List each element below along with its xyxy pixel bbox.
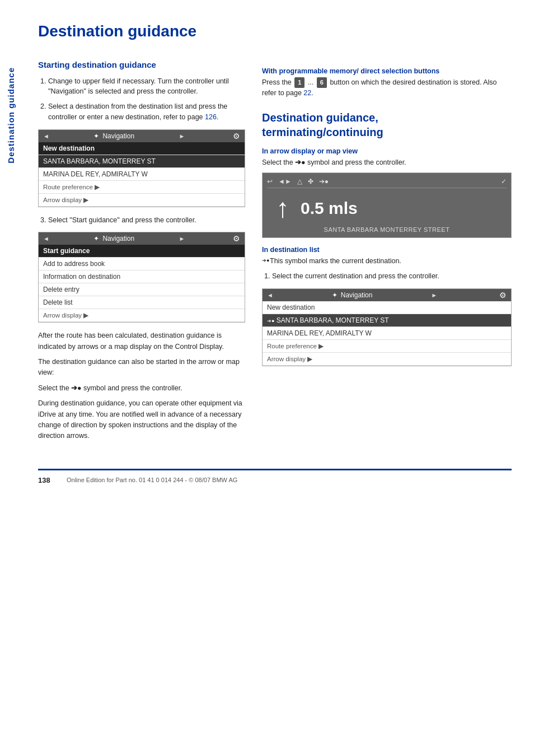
nav-left-arrow-1: ◄ — [43, 133, 49, 139]
nav-ui-1: ◄ ✦ Navigation ► ⚙ New destination SANTA… — [38, 129, 245, 207]
nav-right-arrow-1: ► — [179, 133, 185, 139]
nav-settings-icon-1: ⚙ — [233, 132, 240, 141]
distance-text: 0.5 mls — [301, 199, 358, 218]
body-text-1: After the route has been calculated, des… — [38, 330, 245, 352]
nav-right-arrow-2: ► — [179, 235, 185, 242]
step-3: Select "Start guidance" and press the co… — [48, 215, 245, 226]
nav-title-3: ✦ Navigation — [332, 291, 373, 299]
icon-arrow-dest: ➔● — [319, 178, 329, 185]
content-columns: Starting destination guidance Change to … — [38, 59, 512, 446]
sub-heading-arrow-display: In arrow display or map view — [262, 147, 512, 155]
nav-settings-icon-2: ⚙ — [233, 234, 240, 243]
steps-list: Change to upper field if necessary. Turn… — [38, 76, 245, 123]
step-1: Change to upper field if necessary. Turn… — [48, 76, 245, 97]
nav-row-route-pref-3[interactable]: Route preference ▶ — [263, 340, 511, 353]
page-link-126[interactable]: 126 — [205, 113, 217, 121]
direction-arrow: ↑ — [276, 195, 289, 222]
nav-row-new-dest-3[interactable]: New destination — [263, 301, 511, 314]
nav-row-santa-barbara[interactable]: SANTA BARBARA, MONTERREY ST — [39, 155, 245, 168]
bullet-symbol: This symbol marks the current destinatio… — [262, 256, 512, 267]
sidebar: Destination guidance — [0, 0, 21, 756]
arrow-display-header: ↩ ◄► △ ✤ ➔● ✓ — [267, 178, 507, 188]
page-title: Destination guidance — [38, 22, 512, 44]
nav-left-arrow-2: ◄ — [43, 235, 49, 242]
btn-6: 6 — [317, 77, 327, 88]
sub-heading-programmable: With programmable memory/ direct selecti… — [262, 67, 512, 75]
nav-title-1: ✦ Navigation — [93, 132, 134, 140]
step-2: Select a destination from the destinatio… — [48, 101, 245, 123]
left-column: Starting destination guidance Change to … — [38, 59, 245, 446]
page-link-22[interactable]: 22 — [303, 89, 311, 97]
nav-settings-icon-3: ⚙ — [499, 291, 507, 300]
nav-title-2: ✦ Navigation — [93, 235, 134, 242]
icon-settings: ✤ — [308, 178, 313, 185]
nav-row-marina-del-rey[interactable]: MARINA DEL REY, ADMIRALTY W — [39, 168, 245, 181]
nav-ui-3: ◄ ✦ Navigation ► ⚙ New destination ➔● SA… — [262, 288, 512, 366]
body-text-4: During destination guidance, you can ope… — [38, 398, 245, 442]
nav-icon-3: ✦ — [332, 291, 338, 299]
section2-heading: Destination guidance,terminating/continu… — [262, 110, 512, 139]
icon-check: ✓ — [501, 178, 507, 185]
dest-list-step-1: Select the current destination and press… — [272, 271, 512, 282]
icon-triangle: △ — [297, 178, 302, 185]
page-footer: 138 Online Edition for Part no. 01 41 0 … — [38, 469, 512, 484]
nav-ui-1-header: ◄ ✦ Navigation ► ⚙ — [39, 130, 245, 142]
nav-row-arrow-display-2[interactable]: Arrow display ▶ — [39, 309, 245, 322]
body-text-3: Select the ➔● symbol and press the contr… — [38, 383, 245, 394]
dest-list-steps: Select the current destination and press… — [262, 271, 512, 282]
dest-list-bullets: This symbol marks the current destinatio… — [262, 256, 512, 267]
nav-ui-2: ◄ ✦ Navigation ► ⚙ Start guidance Add to… — [38, 232, 245, 323]
nav-row-delete-entry[interactable]: Delete entry — [39, 283, 245, 296]
icon-back: ↩ — [267, 178, 273, 185]
nav-icon-1: ✦ — [93, 132, 99, 140]
nav-left-arrow-3: ◄ — [267, 292, 273, 298]
icon-sound: ◄► — [278, 178, 292, 185]
nav-icon-2: ✦ — [93, 235, 99, 242]
body-text-2: The destination guidance can also be sta… — [38, 357, 245, 379]
nav-row-santa-barbara-3[interactable]: ➔● SANTA BARBARA, MONTERREY ST — [263, 314, 511, 327]
nav-ui-3-header: ◄ ✦ Navigation ► ⚙ — [263, 289, 511, 301]
nav-row-marina-3[interactable]: MARINA DEL REY, ADMIRALTY W — [263, 327, 511, 340]
nav-row-arrow-display-3[interactable]: Arrow display ▶ — [263, 353, 511, 366]
nav-row-new-destination[interactable]: New destination — [39, 142, 245, 155]
sidebar-label: Destination guidance — [6, 67, 16, 164]
nav-row-add-address[interactable]: Add to address book — [39, 258, 245, 270]
arrow-display-body: Select the ➔● symbol and press the contr… — [262, 157, 512, 168]
sub-heading-dest-list: In destination list — [262, 246, 512, 254]
nav-row-info-dest[interactable]: Information on destination — [39, 270, 245, 283]
nav-row-route-pref[interactable]: Route preference ▶ — [39, 181, 245, 194]
nav-row-arrow-display[interactable]: Arrow display ▶ — [39, 194, 245, 207]
main-content: Destination guidance Starting destinatio… — [21, 0, 534, 507]
steps-list-2: Select "Start guidance" and press the co… — [38, 215, 245, 226]
nav-right-arrow-3: ► — [431, 292, 437, 298]
nav-ui-2-header: ◄ ✦ Navigation ► ⚙ — [39, 232, 245, 245]
right-column: With programmable memory/ direct selecti… — [262, 59, 512, 446]
arrow-display-mockup: ↩ ◄► △ ✤ ➔● ✓ ↑ 0.5 mls SANTA BARBARA MO… — [262, 172, 512, 238]
street-name: SANTA BARBARA MONTERREY STREET — [267, 224, 507, 233]
nav-row-start-guidance[interactable]: Start guidance — [39, 245, 245, 258]
footer-text: Online Edition for Part no. 01 41 0 014 … — [67, 477, 237, 483]
page-number: 138 — [38, 476, 58, 484]
arrow-display-body: ↑ 0.5 mls — [267, 190, 507, 224]
section1-heading: Starting destination guidance — [38, 59, 245, 71]
btn-1: 1 — [294, 77, 305, 88]
nav-row-delete-list[interactable]: Delete list — [39, 296, 245, 309]
programmable-body: Press the 1 ... 6 button on which the de… — [262, 77, 512, 99]
